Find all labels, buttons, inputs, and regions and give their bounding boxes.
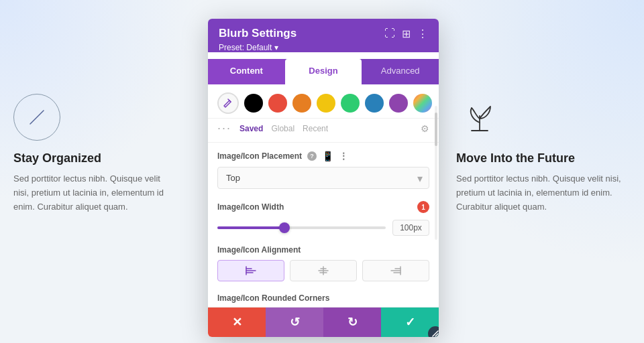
alignment-label: Image/Icon Alignment bbox=[217, 245, 429, 255]
width-section: Image/Icon Width 1 100px bbox=[208, 194, 439, 240]
placement-section: Image/Icon Placement ? 📱 ⋮ Top Left Righ… bbox=[208, 143, 439, 194]
tab-design[interactable]: Design bbox=[285, 59, 362, 84]
color-picker-button[interactable] bbox=[217, 92, 239, 114]
modal-header-icons: ⛶ ⊞ ⋮ bbox=[384, 27, 428, 40]
blurb-right-body: Sed porttitor lectus nibh. Quisque velit… bbox=[456, 172, 631, 214]
align-left-button[interactable] bbox=[217, 260, 284, 281]
modal-scrollbar-thumb[interactable] bbox=[435, 113, 437, 146]
blurb-left-title: Stay Organized bbox=[13, 151, 174, 165]
placement-select[interactable]: Top Left Right Bottom bbox=[217, 167, 429, 189]
color-swatch-purple[interactable] bbox=[389, 94, 408, 113]
fullscreen-icon[interactable]: ⛶ bbox=[384, 27, 395, 40]
color-swatch-blue[interactable] bbox=[365, 94, 384, 113]
tab-advanced[interactable]: Advanced bbox=[362, 59, 439, 84]
tab-content[interactable]: Content bbox=[208, 59, 285, 84]
color-swatch-yellow[interactable] bbox=[317, 94, 335, 113]
modal-header: Blurb Settings ⛶ ⊞ ⋮ Preset: Default ▾ bbox=[208, 19, 439, 52]
more-icon[interactable]: ⋮ bbox=[417, 27, 428, 40]
color-swatch-red[interactable] bbox=[268, 94, 287, 113]
svg-line-0 bbox=[30, 111, 44, 124]
alignment-buttons bbox=[217, 260, 429, 281]
width-label: Image/Icon Width bbox=[217, 202, 284, 212]
preset-saved[interactable]: Saved bbox=[239, 124, 263, 133]
color-swatch-gradient[interactable] bbox=[413, 94, 432, 113]
modal-body: ··· Saved Global Recent ⚙ Image/Icon Pla… bbox=[208, 84, 439, 307]
blurb-right: Move Into the Future Sed porttitor lectu… bbox=[456, 94, 631, 214]
blurb-right-icon bbox=[456, 94, 503, 141]
placement-help-icon[interactable]: ? bbox=[307, 151, 317, 161]
color-swatch-orange[interactable] bbox=[292, 94, 311, 113]
modal-footer: ✕ ↺ ↻ ✓ bbox=[208, 307, 439, 337]
align-center-button[interactable] bbox=[290, 260, 357, 281]
cancel-icon: ✕ bbox=[232, 315, 242, 330]
redo-button[interactable]: ↻ bbox=[323, 307, 381, 337]
color-row bbox=[208, 84, 439, 119]
placement-select-wrap: Top Left Right Bottom ▾ bbox=[217, 167, 429, 189]
modal-tabs: Content Design Advanced bbox=[208, 59, 439, 84]
undo-button[interactable]: ↺ bbox=[266, 307, 323, 337]
modal-scrollbar[interactable] bbox=[435, 106, 437, 240]
width-slider-row: 100px bbox=[217, 220, 429, 236]
align-right-button[interactable] bbox=[362, 260, 429, 281]
color-swatch-black[interactable] bbox=[244, 94, 263, 113]
blurb-left-icon bbox=[13, 94, 60, 141]
placement-more-icon[interactable]: ⋮ bbox=[339, 151, 348, 161]
preset-global[interactable]: Global bbox=[271, 124, 294, 133]
placement-phone-icon[interactable]: 📱 bbox=[322, 151, 333, 161]
save-icon: ✓ bbox=[405, 315, 415, 330]
width-slider-track[interactable] bbox=[217, 226, 386, 229]
width-badge: 1 bbox=[417, 201, 429, 213]
redo-icon: ↻ bbox=[347, 315, 358, 330]
width-slider-fill bbox=[217, 226, 284, 229]
modal-title: Blurb Settings bbox=[219, 27, 297, 40]
rounded-label: Image/Icon Rounded Corners bbox=[217, 293, 429, 303]
cancel-button[interactable]: ✕ bbox=[208, 307, 266, 337]
blurb-left: Stay Organized Sed porttitor lectus nibh… bbox=[13, 94, 174, 214]
blurb-left-body: Sed porttitor lectus nibh. Quisque velit… bbox=[13, 172, 174, 214]
width-slider-thumb[interactable] bbox=[279, 222, 290, 233]
preset-gear-icon[interactable]: ⚙ bbox=[421, 123, 429, 134]
preset-recent[interactable]: Recent bbox=[303, 124, 328, 133]
blurb-settings-modal: Blurb Settings ⛶ ⊞ ⋮ Preset: Default ▾ C… bbox=[208, 19, 439, 337]
resize-handle[interactable] bbox=[428, 326, 439, 337]
width-value-input[interactable]: 100px bbox=[392, 220, 429, 236]
blurb-right-title: Move Into the Future bbox=[456, 151, 631, 165]
alignment-section: Image/Icon Alignment bbox=[208, 240, 439, 288]
preset-row: ··· Saved Global Recent ⚙ bbox=[208, 119, 439, 143]
color-swatch-green[interactable] bbox=[341, 94, 360, 113]
columns-icon[interactable]: ⊞ bbox=[402, 27, 411, 40]
rounded-section: Image/Icon Rounded Corners bbox=[208, 288, 439, 307]
modal-preset[interactable]: Preset: Default ▾ bbox=[219, 43, 428, 52]
preset-dots[interactable]: ··· bbox=[217, 121, 231, 135]
undo-icon: ↺ bbox=[290, 315, 300, 330]
placement-label: Image/Icon Placement ? 📱 ⋮ bbox=[217, 151, 429, 161]
